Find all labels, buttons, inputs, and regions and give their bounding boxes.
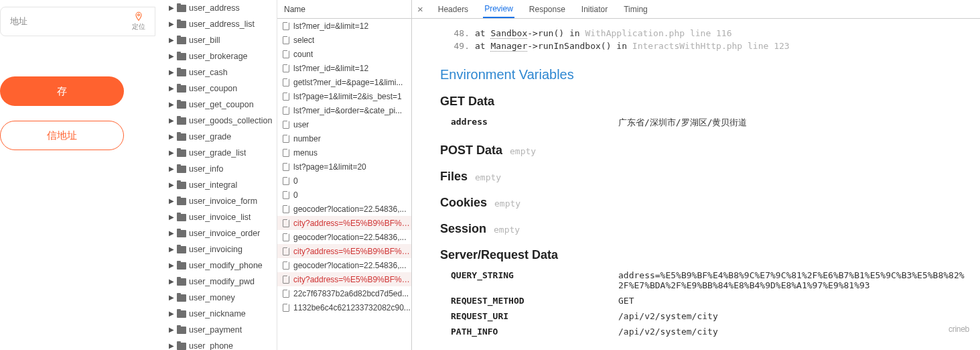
- network-request-row[interactable]: lst?mer_id=&limit=12: [277, 19, 411, 33]
- tree-item[interactable]: ▶ user_invoice_form: [166, 193, 277, 209]
- folder-icon: [177, 133, 186, 141]
- network-request-row[interactable]: city?address=%E5%B9%BF%E...: [277, 244, 411, 258]
- detail-tab-bar: × Headers Preview Response Initiator Tim…: [412, 0, 980, 19]
- kv-key: address: [451, 117, 618, 129]
- network-request-row[interactable]: 0: [277, 174, 411, 188]
- tree-item[interactable]: ▶ user_address_list: [166, 16, 277, 32]
- network-request-row[interactable]: lst?page=1&limit=2&is_best=1: [277, 89, 411, 103]
- tab-headers[interactable]: Headers: [437, 0, 470, 18]
- kv-key: QUERY_STRING: [451, 270, 618, 290]
- tree-item-label: user_invoicing: [189, 245, 242, 254]
- document-icon: [283, 149, 289, 157]
- network-request-row[interactable]: menus: [277, 145, 411, 160]
- tree-item[interactable]: ▶ user_cash: [166, 64, 277, 80]
- svg-point-0: [138, 14, 140, 16]
- tree-item[interactable]: ▶ user_integral: [166, 177, 277, 193]
- tree-item[interactable]: ▶ user_get_coupon: [166, 97, 277, 113]
- tree-item[interactable]: ▶ user_invoice_list: [166, 209, 277, 225]
- network-request-row[interactable]: city?address=%E5%B9%BF%E...: [277, 272, 411, 286]
- folder-icon: [177, 246, 186, 253]
- document-icon: [283, 64, 289, 72]
- tree-item-label: user_invoice_list: [189, 213, 251, 222]
- tree-item[interactable]: ▶ user_coupon: [166, 80, 277, 97]
- tree-item[interactable]: ▶ user_bill: [166, 32, 277, 48]
- tree-item[interactable]: ▶ user_info: [166, 161, 277, 177]
- server-data-heading: Server/Request Data: [440, 248, 968, 262]
- network-request-row[interactable]: 22c7f67837b2a6d82bcd7d5ed...: [277, 286, 411, 300]
- tree-item[interactable]: ▶ user_phone: [166, 338, 277, 350]
- request-name: lst?mer_id=&limit=12: [293, 21, 368, 31]
- caret-right-icon: ▶: [169, 117, 174, 124]
- folder-tree: ▶ user_address▶ user_address_list▶ user_…: [166, 0, 277, 350]
- folder-icon: [177, 294, 186, 302]
- network-request-row[interactable]: 1132be6c4c621233732082c90...: [277, 300, 411, 314]
- close-icon[interactable]: ×: [417, 3, 423, 15]
- tree-item[interactable]: ▶ user_money: [166, 290, 277, 306]
- tab-preview[interactable]: Preview: [483, 0, 514, 18]
- network-request-row[interactable]: select: [277, 33, 411, 47]
- tree-item-label: user_invoice_order: [189, 229, 260, 238]
- tree-item[interactable]: ▶ user_invoicing: [166, 241, 277, 257]
- network-request-row[interactable]: 0: [277, 188, 411, 202]
- folder-icon: [177, 5, 186, 12]
- folder-icon: [177, 343, 186, 350]
- network-request-row[interactable]: lst?page=1&limit=20: [277, 160, 411, 174]
- tree-item[interactable]: ▶ user_grade: [166, 129, 277, 145]
- folder-icon: [177, 53, 186, 60]
- address-input-box[interactable]: 地址 定位: [0, 7, 155, 36]
- network-request-row[interactable]: geocoder?location=22.54836,...: [277, 258, 411, 272]
- tree-item[interactable]: ▶ user_modify_pwd: [166, 274, 277, 290]
- tree-item[interactable]: ▶ user_payment: [166, 322, 277, 338]
- caret-right-icon: ▶: [169, 246, 174, 253]
- request-name: geocoder?location=22.54836,...: [293, 261, 406, 270]
- document-icon: [283, 205, 289, 213]
- wechat-address-button[interactable]: 信地址: [0, 121, 124, 150]
- address-placeholder: 地址: [10, 15, 27, 27]
- save-button[interactable]: 存: [0, 76, 124, 106]
- kv-value: GET: [618, 296, 968, 306]
- request-name: city?address=%E5%B9%BF%E...: [293, 219, 411, 228]
- tree-item-label: user_address: [189, 3, 240, 13]
- request-name: select: [293, 36, 314, 45]
- tree-item[interactable]: ▶ user_goods_collection: [166, 113, 277, 129]
- network-request-row[interactable]: getlst?mer_id=&page=1&limi...: [277, 75, 411, 89]
- kv-value: 广东省/深圳市/罗湖区/黄贝街道: [618, 117, 968, 129]
- env-variables-heading: Environment Variables: [440, 67, 968, 82]
- tab-timing[interactable]: Timing: [622, 0, 649, 18]
- tree-item-label: user_integral: [189, 180, 237, 190]
- tree-item-label: user_payment: [189, 325, 242, 335]
- network-request-row[interactable]: count: [277, 47, 411, 61]
- document-icon: [283, 247, 289, 255]
- tree-item[interactable]: ▶ user_grade_list: [166, 145, 277, 161]
- network-request-row[interactable]: lst?mer_id=&order=&cate_pi...: [277, 103, 411, 117]
- network-request-row[interactable]: number: [277, 131, 411, 145]
- tree-item[interactable]: ▶ user_invoice_order: [166, 225, 277, 241]
- network-request-row[interactable]: lst?mer_id=&limit=12: [277, 61, 411, 75]
- caret-right-icon: ▶: [169, 53, 174, 60]
- request-name: 1132be6c4c621233732082c90...: [293, 303, 411, 312]
- locate-button[interactable]: 定位: [132, 11, 145, 32]
- folder-icon: [177, 278, 186, 286]
- tab-initiator[interactable]: Initiator: [580, 0, 609, 18]
- caret-right-icon: ▶: [169, 5, 174, 11]
- tree-item[interactable]: ▶ user_nickname: [166, 306, 277, 322]
- caret-right-icon: ▶: [169, 101, 174, 108]
- caret-right-icon: ▶: [169, 230, 174, 237]
- document-icon: [283, 304, 289, 312]
- session-heading: Session empty: [440, 222, 968, 236]
- network-request-row[interactable]: geocoder?location=22.54836,...: [277, 230, 411, 244]
- folder-icon: [177, 85, 186, 93]
- document-icon: [283, 261, 289, 270]
- request-name: number: [293, 134, 321, 143]
- tree-item[interactable]: ▶ user_brokerage: [166, 48, 277, 64]
- network-request-row[interactable]: user: [277, 117, 411, 131]
- network-column-header[interactable]: Name: [277, 0, 411, 19]
- folder-icon: [177, 310, 186, 318]
- get-data-heading: GET Data: [440, 95, 968, 109]
- tab-response[interactable]: Response: [528, 0, 567, 18]
- tree-item[interactable]: ▶ user_address: [166, 0, 277, 16]
- network-request-row[interactable]: geocoder?location=22.54836,...: [277, 202, 411, 216]
- caret-right-icon: ▶: [169, 262, 174, 269]
- network-request-row[interactable]: city?address=%E5%B9%BF%E...: [277, 216, 411, 230]
- tree-item[interactable]: ▶ user_modify_phone: [166, 257, 277, 274]
